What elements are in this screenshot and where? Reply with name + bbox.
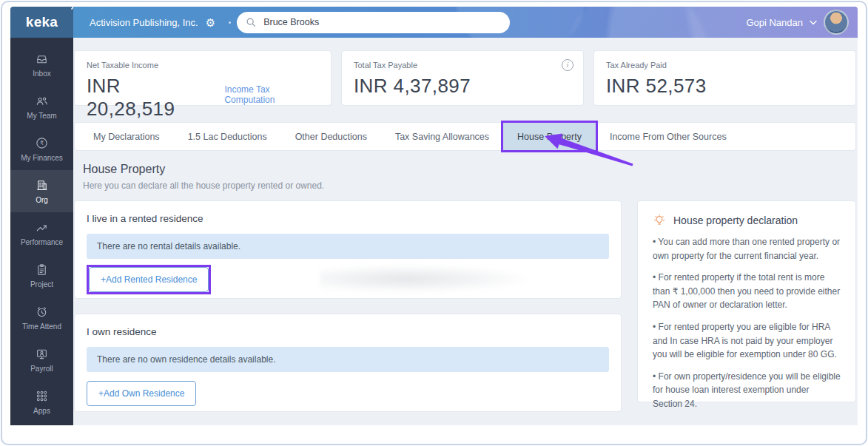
sidebar-item-label: Time Attend [22,322,61,331]
summary-cards: Net Taxable Income INR 20,28,519 Income … [74,50,856,106]
sidebar-item-label: Inbox [33,70,50,78]
lightbulb-icon [653,214,666,227]
sidebar-item-label: Payroll [30,365,53,373]
tab-income-from-other-sources[interactable]: Income From Other Sources [596,123,741,150]
income-tax-computation-link[interactable]: Income Tax Computation [224,84,319,105]
inbox-icon [35,52,49,66]
card-value: INR 4,37,897 [354,75,471,98]
org-building-icon [35,178,49,192]
annotation-box-button: +Add Rented Residence [87,265,211,294]
tips-bullet: For rented property if the total rent is… [653,271,841,312]
project-clipboard-icon [35,263,49,277]
add-own-residence-button[interactable]: +Add Own Residence [87,381,196,406]
house-property-tips-panel: House property declaration You can add m… [637,200,856,402]
chevron-down-icon [810,20,817,25]
rented-empty-banner: There are no rental details available. [87,234,609,259]
topbar-gradient: Activision Publishing, Inc. ⚙ Gopi Nanda… [73,7,858,38]
card-label: Net Taxable Income [87,61,319,70]
divider-dot [229,21,231,24]
own-residence-card: I own residence There are no own residen… [74,314,622,412]
card-label: Tax Already Paid [606,61,844,70]
card-value: INR 52,573 [606,75,707,98]
team-icon [35,94,49,108]
topbar: keka Activision Publishing, Inc. ⚙ Gopi … [10,7,858,38]
sidebar-item-label: Org [36,196,48,204]
tab-other-deductions[interactable]: Other Deductions [281,123,381,150]
apps-grid-icon [35,389,49,403]
gear-icon[interactable]: ⚙ [206,17,215,28]
payroll-monitor-icon [35,347,49,361]
own-empty-banner: There are no own residence details avail… [87,347,609,372]
app-window: keka Activision Publishing, Inc. ⚙ Gopi … [10,7,858,425]
user-menu[interactable]: Gopi Nandan [746,10,849,35]
tips-panel-title: House property declaration [673,214,798,226]
company-name: Activision Publishing, Inc. [90,17,198,28]
sidebar-item-label: Performance [21,238,63,246]
sidebar-item-project[interactable]: Project [10,254,73,297]
user-avatar[interactable] [824,10,849,35]
sidebar: Inbox My Team ₹ My Finances [10,38,73,425]
own-card-title: I own residence [87,326,609,337]
declaration-tabs: My Declarations 1.5 Lac Deductions Other… [74,122,856,151]
info-icon[interactable]: i [562,59,573,71]
user-name: Gopi Nandan [746,17,803,28]
tax-already-paid-card: Tax Already Paid INR 52,573 [593,50,856,106]
search-icon [246,17,256,27]
rented-card-title: I live in a rented residence [87,213,609,224]
sidebar-item-label: Apps [33,407,50,415]
tab-1-5-lac-deductions[interactable]: 1.5 Lac Deductions [174,123,281,150]
page-title: House Property [83,163,856,176]
tab-house-property[interactable]: House Property [503,123,596,150]
search-bar[interactable] [237,12,510,33]
card-label: Total Tax Payable [354,61,571,70]
tips-bullet: For own property/residence you will be e… [653,370,841,411]
sidebar-item-my-finances[interactable]: ₹ My Finances [10,128,73,170]
main-content: Net Taxable Income INR 20,28,519 Income … [73,38,858,425]
keka-logo-text: keka [26,14,58,30]
section-header: House Property Here you can declare all … [83,163,856,191]
add-rented-residence-button[interactable]: +Add Rented Residence [89,267,209,292]
card-value: INR 20,28,519 [87,75,209,121]
sidebar-item-label: Project [30,280,53,288]
rupee-circle-icon: ₹ [35,136,49,150]
sidebar-item-label: My Team [27,112,56,120]
tips-bullet: You can add more than one rented propert… [653,235,841,263]
rented-residence-card: I live in a rented residence There are n… [74,200,622,299]
total-tax-payable-card: Total Tax Payable INR 4,37,897 i [341,50,584,106]
search-input[interactable] [262,16,501,28]
performance-trend-icon [35,220,49,234]
tips-bullet: For rented property you are eligible for… [653,320,841,362]
keka-logo[interactable]: keka [10,7,73,38]
tab-tax-saving-allowances[interactable]: Tax Saving Allowances [381,123,503,150]
sidebar-item-payroll[interactable]: Payroll [10,339,73,381]
sidebar-item-org[interactable]: Org [10,170,73,212]
sidebar-item-performance[interactable]: Performance [10,212,73,254]
net-taxable-income-card: Net Taxable Income INR 20,28,519 Income … [74,50,332,106]
sidebar-item-apps[interactable]: Apps [10,381,73,423]
sidebar-item-my-team[interactable]: My Team [10,86,73,128]
sidebar-item-inbox[interactable]: Inbox [10,44,73,86]
alarm-clock-icon [35,305,49,319]
svg-text:₹: ₹ [40,140,44,146]
page-subtitle: Here you can declare all the house prope… [83,180,856,191]
sidebar-item-label: My Finances [21,154,63,162]
tab-my-declarations[interactable]: My Declarations [79,123,174,150]
sidebar-item-time-attend[interactable]: Time Attend [10,297,73,339]
